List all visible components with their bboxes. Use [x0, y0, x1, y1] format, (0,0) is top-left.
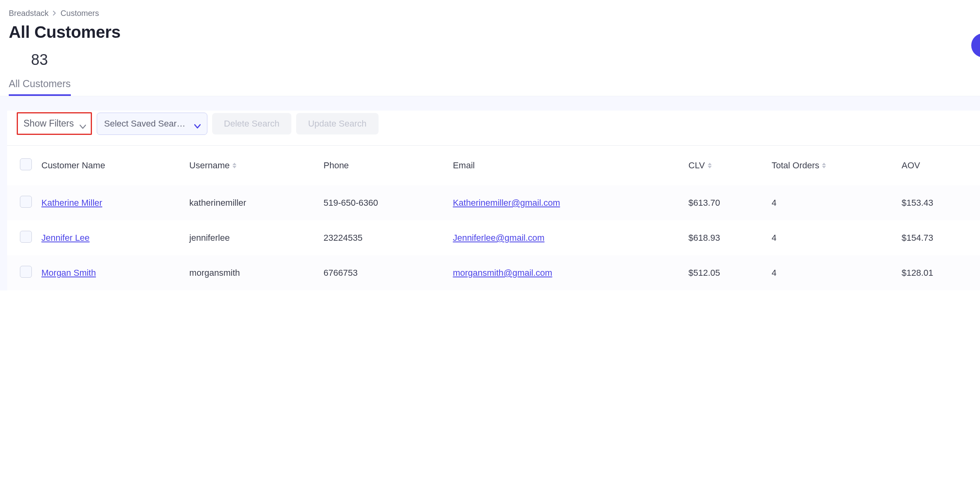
col-total-orders[interactable]: Total Orders: [767, 146, 897, 185]
update-search-button[interactable]: Update Search: [296, 113, 379, 134]
show-filters-highlight: Show Filters: [17, 112, 92, 135]
sort-icon[interactable]: [822, 162, 826, 169]
page-title: All Customers: [9, 23, 971, 42]
cell-username: jenniferlee: [185, 220, 319, 255]
row-checkbox[interactable]: [20, 231, 32, 243]
col-aov[interactable]: AOV: [897, 146, 980, 185]
cell-orders: 4: [767, 185, 897, 220]
cell-clv: $618.93: [684, 220, 767, 255]
cell-aov: $154.73: [897, 220, 980, 255]
sort-icon[interactable]: [707, 162, 712, 169]
sort-icon[interactable]: [232, 162, 237, 169]
col-customer-name[interactable]: Customer Name: [37, 146, 185, 185]
customer-name-link[interactable]: Jennifer Lee: [41, 233, 90, 243]
cell-phone: 519-650-6360: [319, 185, 448, 220]
table-row: Morgan Smithmorgansmith6766753morgansmit…: [7, 255, 980, 290]
cell-username: katherinemiller: [185, 185, 319, 220]
col-email[interactable]: Email: [448, 146, 684, 185]
customer-name-link[interactable]: Morgan Smith: [41, 268, 96, 278]
customer-email-link[interactable]: Katherinemiller@gmail.com: [453, 198, 560, 208]
cell-aov: $153.43: [897, 185, 980, 220]
row-checkbox[interactable]: [20, 266, 32, 278]
cell-username: morgansmith: [185, 255, 319, 290]
col-username-label: Username: [189, 160, 230, 171]
show-filters-toggle[interactable]: Show Filters: [23, 118, 85, 129]
select-all-checkbox[interactable]: [20, 158, 32, 170]
table-row: Katherine Millerkatherinemiller519-650-6…: [7, 185, 980, 220]
customer-count: 83: [31, 51, 971, 68]
saved-search-placeholder: Select Saved Sear…: [104, 119, 185, 129]
col-username[interactable]: Username: [185, 146, 319, 185]
cell-clv: $613.70: [684, 185, 767, 220]
chevron-right-icon: [53, 10, 57, 17]
breadcrumb-current[interactable]: Customers: [61, 9, 99, 18]
row-checkbox[interactable]: [20, 196, 32, 208]
show-filters-label: Show Filters: [23, 118, 74, 129]
col-orders-label: Total Orders: [771, 160, 819, 171]
cell-aov: $128.01: [897, 255, 980, 290]
customer-email-link[interactable]: morgansmith@gmail.com: [453, 268, 552, 278]
chevron-down-icon: [194, 121, 200, 127]
tab-all-customers[interactable]: All Customers: [9, 78, 71, 96]
col-clv-label: CLV: [689, 160, 705, 171]
cell-orders: 4: [767, 220, 897, 255]
cell-phone: 23224535: [319, 220, 448, 255]
cell-clv: $512.05: [684, 255, 767, 290]
customer-name-link[interactable]: Katherine Miller: [41, 198, 102, 208]
cell-orders: 4: [767, 255, 897, 290]
col-phone[interactable]: Phone: [319, 146, 448, 185]
col-clv[interactable]: CLV: [684, 146, 767, 185]
saved-search-select[interactable]: Select Saved Sear…: [97, 113, 207, 135]
cell-phone: 6766753: [319, 255, 448, 290]
customer-email-link[interactable]: Jenniferlee@gmail.com: [453, 233, 545, 243]
breadcrumb-root[interactable]: Breadstack: [9, 9, 49, 18]
breadcrumb: Breadstack Customers: [9, 9, 971, 18]
table-row: Jennifer Leejenniferlee23224535Jenniferl…: [7, 220, 980, 255]
customers-table: Customer Name Username Phone Email: [7, 146, 980, 290]
delete-search-button[interactable]: Delete Search: [212, 113, 291, 134]
chevron-down-icon: [80, 121, 85, 127]
